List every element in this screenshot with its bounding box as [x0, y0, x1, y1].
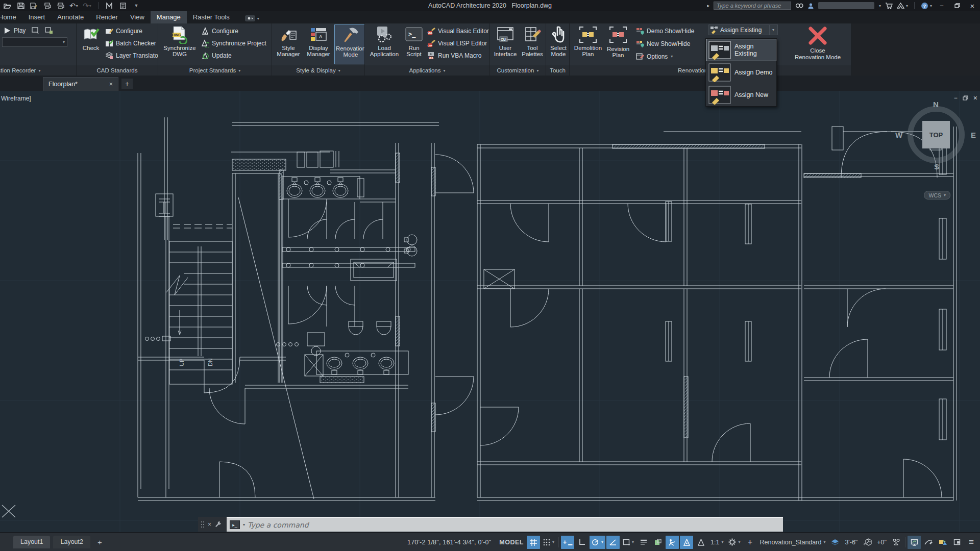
- annotation-scale-button[interactable]: 1:1▾: [708, 536, 725, 549]
- transparency-toggle[interactable]: [651, 536, 665, 549]
- viewport-controls-label[interactable]: Wireframe]: [1, 95, 31, 102]
- undo-icon[interactable]: ↶▾: [69, 2, 78, 10]
- new-layout-button[interactable]: +: [93, 538, 106, 546]
- autodesk-logo-icon[interactable]: ▾: [897, 3, 908, 9]
- insert-base-point-icon[interactable]: [45, 27, 53, 35]
- qat-customize-icon[interactable]: ▼: [132, 2, 140, 10]
- batch-checker-button[interactable]: Batch Checker: [104, 38, 158, 48]
- menu-item-assign-demo[interactable]: Assign Demo: [706, 61, 776, 84]
- trusted-autodesk-icon[interactable]: [936, 536, 949, 549]
- select-mode-button[interactable]: Select Mode: [548, 24, 569, 64]
- dynamic-input-toggle[interactable]: +▁: [561, 536, 574, 549]
- viewcube-west[interactable]: W: [895, 131, 902, 139]
- synchronize-dwg-button[interactable]: DWG Synchronize DWG: [160, 24, 199, 64]
- command-close-icon[interactable]: ×: [208, 521, 211, 528]
- signin-user-icon[interactable]: [807, 3, 814, 9]
- drawing-restore-button[interactable]: [963, 95, 968, 101]
- minimize-button[interactable]: −: [936, 1, 947, 10]
- command-input[interactable]: ▸_ ▾ Type a command: [227, 517, 783, 532]
- workspace-icon[interactable]: [105, 2, 114, 10]
- cut-plane-height[interactable]: 3'-6": [843, 536, 860, 549]
- model-space-toggle[interactable]: MODEL: [497, 536, 526, 549]
- snap-toggle[interactable]: ▾: [541, 536, 556, 549]
- workspace-switching-gear[interactable]: ▾: [726, 536, 742, 549]
- restore-button[interactable]: [951, 1, 963, 10]
- configure-button[interactable]: Configure: [104, 26, 158, 36]
- signin-caret-icon[interactable]: ▾: [879, 4, 881, 8]
- lineweight-toggle[interactable]: [637, 536, 650, 549]
- panel-label-project-standards[interactable]: Project Standards▾: [158, 65, 272, 76]
- open-icon[interactable]: [3, 2, 12, 10]
- elevation-value[interactable]: +0": [875, 536, 889, 549]
- help-icon[interactable]: ?▾: [921, 2, 932, 10]
- tab-raster-tools[interactable]: Raster Tools: [187, 11, 236, 23]
- synchronize-project-button[interactable]: Synchronize Project: [200, 38, 267, 48]
- drawing-minimize-button[interactable]: −: [954, 94, 958, 102]
- grid-toggle[interactable]: [527, 536, 540, 549]
- viewcube-top-face[interactable]: TOP: [922, 121, 950, 148]
- visual-basic-editor-button[interactable]: VBA Visual Basic Editor: [426, 26, 490, 36]
- new-drawing-tab-button[interactable]: +: [121, 79, 133, 89]
- close-renovation-mode-button[interactable]: CloseRenovation Mode: [786, 24, 849, 61]
- annotation-monitor-toggle[interactable]: +: [743, 536, 756, 549]
- graphics-performance-toggle[interactable]: [908, 536, 921, 549]
- layout1-tab[interactable]: Layout1: [13, 536, 50, 548]
- tab-render[interactable]: Render: [90, 11, 124, 23]
- app-store-cart-icon[interactable]: [885, 3, 893, 9]
- layer-translator-button[interactable]: Layer Translator: [104, 51, 158, 60]
- selection-cycling-toggle[interactable]: [666, 536, 679, 549]
- viewcube-east[interactable]: E: [971, 131, 976, 139]
- tab-insert[interactable]: Insert: [22, 11, 52, 23]
- redo-icon[interactable]: ↷▾: [83, 2, 91, 10]
- publish-icon[interactable]: [56, 2, 65, 10]
- sheetset-icon[interactable]: [118, 2, 127, 10]
- tab-annotate[interactable]: Annotate: [51, 11, 90, 23]
- renovation-options-button[interactable]: Options▾: [635, 52, 705, 61]
- elevation-stack-icon[interactable]: [828, 536, 842, 549]
- signin-field[interactable]: [818, 2, 874, 9]
- display-manager-button[interactable]: A Display Manager: [304, 24, 333, 64]
- customization-menu-button[interactable]: ≡: [965, 536, 978, 549]
- new-show-hide-button[interactable]: New Show/Hide: [635, 39, 705, 48]
- play-button[interactable]: Play: [2, 26, 27, 35]
- panel-label-applications[interactable]: Applications▾: [365, 65, 489, 76]
- drawing-viewport[interactable]: UP DN Wireframe] − × N W E S TOP WCS▾ × …: [0, 91, 980, 532]
- panel-label-style-display[interactable]: Style & Display▾: [272, 65, 364, 76]
- save-as-icon[interactable]: [30, 2, 38, 10]
- tab-manage[interactable]: Manage: [151, 11, 187, 23]
- layout2-tab[interactable]: Layout2: [53, 536, 90, 548]
- renovation-mode-button[interactable]: Renovation Mode: [334, 24, 365, 64]
- annotation-visibility-toggle[interactable]: [680, 536, 693, 549]
- insert-message-icon[interactable]: [32, 27, 40, 35]
- drawing-close-button[interactable]: ×: [973, 94, 977, 102]
- isometric-cube-icon[interactable]: [861, 536, 874, 549]
- demolition-plan-button[interactable]: Demolition Plan: [572, 24, 604, 57]
- object-snap-tracking-toggle[interactable]: [606, 536, 620, 549]
- viewcube-north[interactable]: N: [933, 100, 939, 109]
- action-macro-select[interactable]: ▾: [2, 37, 67, 47]
- file-tab-floorplan[interactable]: Floorplan* ×: [43, 77, 118, 91]
- close-button[interactable]: ×: [967, 1, 978, 10]
- user-interface-button[interactable]: CUI User Interface: [492, 24, 519, 64]
- tool-palettes-button[interactable]: Tool Palettes: [520, 24, 545, 64]
- assign-existing-split-button[interactable]: Assign Existing ▾: [708, 24, 778, 35]
- panel-label-touch[interactable]: Touch: [546, 65, 569, 76]
- object-snap-toggle[interactable]: ▾: [621, 536, 636, 549]
- check-button[interactable]: Check: [79, 24, 103, 64]
- viewcube[interactable]: N W E S TOP: [903, 102, 969, 167]
- search-input[interactable]: Type a keyword or phrase: [714, 2, 791, 10]
- customize-wrench-icon[interactable]: [215, 521, 222, 528]
- isolate-objects-toggle[interactable]: [890, 536, 903, 549]
- search-icon[interactable]: [795, 3, 803, 9]
- fullscreen-toggle[interactable]: [950, 536, 964, 549]
- ribbon-display-options-icon[interactable]: ▾: [245, 15, 259, 21]
- viewcube-south[interactable]: S: [934, 162, 939, 171]
- update-button[interactable]: Update: [200, 51, 267, 60]
- load-application-button[interactable]: Load Application: [367, 24, 402, 64]
- clean-screen-pencil-icon[interactable]: [922, 536, 935, 549]
- panel-label-cad-standards[interactable]: CAD Standards: [77, 65, 158, 76]
- demo-show-hide-button[interactable]: Demo Show/Hide: [635, 26, 705, 36]
- recent-commands-caret[interactable]: ▾: [243, 522, 245, 527]
- polar-tracking-toggle[interactable]: ▾: [590, 536, 605, 549]
- visual-lisp-editor-button[interactable]: LISP Visual LISP Editor: [426, 38, 490, 48]
